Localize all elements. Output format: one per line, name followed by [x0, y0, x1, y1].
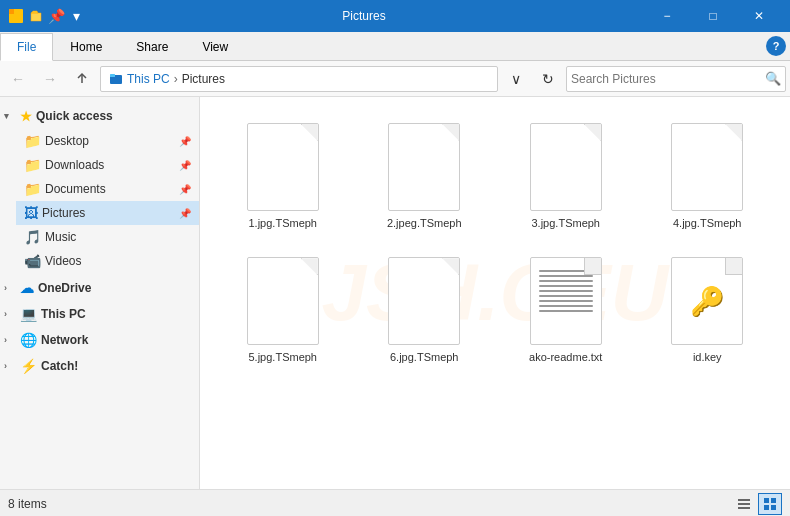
tab-share[interactable]: Share — [119, 32, 185, 60]
file-name: 2.jpeg.TSmeph — [387, 216, 462, 230]
onedrive-label: OneDrive — [38, 281, 91, 295]
network-label: Network — [41, 333, 88, 347]
tab-file[interactable]: File — [0, 33, 53, 61]
window-title: Pictures — [84, 9, 644, 23]
sidebar-item-documents-label: Documents — [45, 182, 106, 196]
file-icon-container — [526, 256, 606, 346]
videos-folder-icon: 📹 — [24, 253, 41, 269]
main-layout: ▾ ★ Quick access 📁 Desktop 📌 📁 Downloads… — [0, 97, 790, 489]
sidebar-item-downloads[interactable]: 📁 Downloads 📌 — [16, 153, 199, 177]
music-folder-icon: 🎵 — [24, 229, 41, 245]
file-icon-container — [384, 256, 464, 346]
svg-rect-3 — [110, 74, 115, 77]
catch-label: Catch! — [41, 359, 78, 373]
desktop-folder-icon: 📁 — [24, 133, 41, 149]
ribbon-tabs: File Home Share View ? — [0, 32, 790, 60]
network-header[interactable]: › 🌐 Network — [0, 327, 199, 353]
maximize-button[interactable]: □ — [690, 0, 736, 32]
svg-rect-6 — [738, 507, 750, 509]
file-item[interactable]: 4.jpg.TSmeph — [641, 113, 775, 239]
title-bar-controls: − □ ✕ — [644, 0, 782, 32]
svg-rect-7 — [764, 498, 769, 503]
quick-access-star-icon: ★ — [20, 109, 32, 124]
address-path[interactable]: This PC › Pictures — [100, 66, 498, 92]
onedrive-chevron: › — [4, 283, 16, 293]
sidebar-item-videos[interactable]: 📹 Videos — [16, 249, 199, 273]
generic-file-icon — [247, 123, 319, 211]
close-button[interactable]: ✕ — [736, 0, 782, 32]
file-item[interactable]: 1.jpg.TSmeph — [216, 113, 350, 239]
back-button[interactable]: ← — [4, 65, 32, 93]
sidebar-item-documents[interactable]: 📁 Documents 📌 — [16, 177, 199, 201]
file-icon-container — [243, 256, 323, 346]
svg-rect-8 — [771, 498, 776, 503]
catch-icon: ⚡ — [20, 358, 37, 374]
title-bar: 📌 ▾ Pictures − □ ✕ — [0, 0, 790, 32]
quick-access-icon — [28, 8, 44, 24]
documents-folder-icon: 📁 — [24, 181, 41, 197]
sidebar-item-videos-label: Videos — [45, 254, 81, 268]
file-name: 1.jpg.TSmeph — [249, 216, 317, 230]
list-view-button[interactable] — [732, 493, 756, 515]
forward-button[interactable]: → — [36, 65, 64, 93]
file-item[interactable]: ako-readme.txt — [499, 247, 633, 373]
grid-view-button[interactable] — [758, 493, 782, 515]
file-item[interactable]: 5.jpg.TSmeph — [216, 247, 350, 373]
generic-file-icon — [388, 123, 460, 211]
sidebar-item-pictures[interactable]: 🖼 Pictures 📌 — [16, 201, 199, 225]
key-file-icon: 🔑 — [671, 257, 743, 345]
search-icon[interactable]: 🔍 — [765, 71, 781, 86]
quick-access-children: 📁 Desktop 📌 📁 Downloads 📌 📁 Documents 📌 … — [0, 129, 199, 273]
file-icon-container — [384, 122, 464, 212]
file-item[interactable]: 2.jpeg.TSmeph — [358, 113, 492, 239]
refresh-button[interactable]: ↻ — [534, 65, 562, 93]
pictures-pin-icon: 📌 — [179, 208, 191, 219]
thispc-chevron: › — [4, 309, 16, 319]
status-bar: 8 items — [0, 489, 790, 516]
catch-header[interactable]: › ⚡ Catch! — [0, 353, 199, 379]
svg-rect-1 — [9, 9, 14, 14]
pin-icon: 📌 — [48, 8, 64, 24]
pictures-folder-icon: 🖼 — [24, 205, 38, 221]
file-item[interactable]: 🔑 id.key — [641, 247, 775, 373]
minimize-button[interactable]: − — [644, 0, 690, 32]
sidebar-item-pictures-label: Pictures — [42, 206, 85, 220]
thispc-icon: 💻 — [20, 306, 37, 322]
file-icon-container — [667, 122, 747, 212]
sidebar-item-desktop[interactable]: 📁 Desktop 📌 — [16, 129, 199, 153]
view-controls — [732, 493, 782, 515]
tab-view[interactable]: View — [185, 32, 245, 60]
generic-file-icon — [388, 257, 460, 345]
sidebar-item-downloads-label: Downloads — [45, 158, 104, 172]
address-bar: ← → This PC › Pictures ∨ ↻ 🔍 — [0, 61, 790, 97]
downloads-folder-icon: 📁 — [24, 157, 41, 173]
dropdown-button[interactable]: ∨ — [502, 65, 530, 93]
search-input[interactable] — [571, 72, 765, 86]
generic-file-icon — [671, 123, 743, 211]
thispc-header[interactable]: › 💻 This PC — [0, 301, 199, 327]
file-name: ako-readme.txt — [529, 350, 602, 364]
quick-access-header[interactable]: ▾ ★ Quick access — [0, 103, 199, 129]
network-chevron: › — [4, 335, 16, 345]
path-pictures[interactable]: Pictures — [182, 72, 225, 86]
sidebar-item-music[interactable]: 🎵 Music — [16, 225, 199, 249]
file-item[interactable]: 6.jpg.TSmeph — [358, 247, 492, 373]
file-icon-container — [526, 122, 606, 212]
file-name: 4.jpg.TSmeph — [673, 216, 741, 230]
path-thispc[interactable]: This PC — [127, 72, 170, 86]
app-icon — [8, 8, 24, 24]
path-separator-1: › — [174, 72, 178, 86]
up-button[interactable] — [68, 65, 96, 93]
file-icon-container: 🔑 — [667, 256, 747, 346]
content-area: JSH.CEU 1.jpg.TSmeph 2.jpeg.TSmeph 3.jpg… — [200, 97, 790, 489]
file-item[interactable]: 3.jpg.TSmeph — [499, 113, 633, 239]
onedrive-header[interactable]: › ☁ OneDrive — [0, 275, 199, 301]
title-bar-icons: 📌 ▾ — [8, 8, 84, 24]
thispc-label: This PC — [41, 307, 86, 321]
quick-access-label: Quick access — [36, 109, 113, 123]
search-box[interactable]: 🔍 — [566, 66, 786, 92]
help-button[interactable]: ? — [766, 36, 786, 56]
svg-rect-10 — [771, 505, 776, 510]
desktop-pin-icon: 📌 — [179, 136, 191, 147]
tab-home[interactable]: Home — [53, 32, 119, 60]
